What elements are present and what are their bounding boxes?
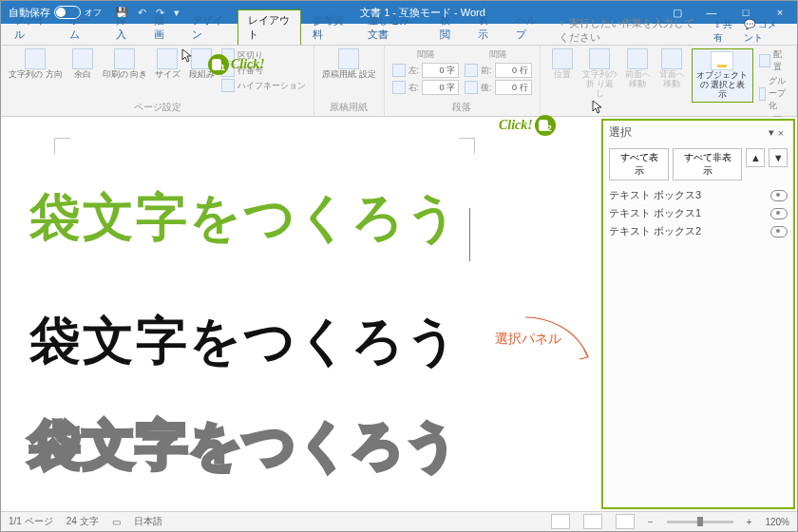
margins-button[interactable]: 余白 xyxy=(68,48,97,80)
tab-draw[interactable]: 描画 xyxy=(144,10,180,45)
show-all-button[interactable]: すべて表示 xyxy=(609,148,669,180)
tab-layout[interactable]: レイアウト xyxy=(238,10,301,45)
tab-mailings[interactable]: 差し込み文書 xyxy=(358,10,428,45)
manuscript-paper-button[interactable]: 原稿用紙 設定 xyxy=(322,48,376,80)
text-direction-button[interactable]: 文字列の 方向 xyxy=(9,48,63,80)
panel-close-icon[interactable]: × xyxy=(774,127,788,139)
list-item[interactable]: テキスト ボックス1 xyxy=(609,204,788,222)
group-manuscript-paper: 原稿用紙 設定 原稿用紙 xyxy=(314,46,385,116)
group-paragraph: 間隔 左:0 字 右:0 字 間隔 前:0 行 後:0 行 段落 xyxy=(385,46,541,116)
group-page-setup: 文字列の 方向 余白 印刷の 向き サイズ 段組み 区切り 行番号 ハイフネーシ… xyxy=(1,46,314,116)
tab-insert[interactable]: 挿入 xyxy=(106,10,142,45)
list-item[interactable]: テキスト ボックス2 xyxy=(609,222,788,240)
mouse-icon: 1 xyxy=(208,54,229,75)
orientation-button[interactable]: 印刷の 向き xyxy=(103,48,148,80)
hyphenation-button[interactable]: ハイフネーション xyxy=(221,79,306,92)
spacing-after[interactable]: 後:0 行 xyxy=(465,80,532,95)
wordart-black[interactable]: 袋文字をつくろう xyxy=(29,307,460,376)
margin-corner-icon xyxy=(459,138,475,154)
text-cursor xyxy=(469,208,470,261)
position-button: 位置 xyxy=(548,48,577,80)
selection-pane: 選択 ▾ × すべて表示 すべて非表示 ▲ ▼ テキスト ボックス3 テキスト … xyxy=(601,119,795,509)
print-layout-icon[interactable] xyxy=(583,514,602,529)
group-button: グループ化 xyxy=(759,75,788,112)
margin-corner-icon xyxy=(54,138,70,154)
share-button[interactable]: ⇪ 共有 xyxy=(713,18,737,45)
panel-title: 選択 xyxy=(609,124,769,141)
indent-right[interactable]: 右:0 字 xyxy=(392,80,460,95)
wordart-outline[interactable]: 袋文字をつくろう xyxy=(29,411,460,481)
indent-header: 間隔 xyxy=(392,48,460,61)
align-button: 配置 xyxy=(759,48,788,73)
visibility-icon[interactable] xyxy=(770,190,788,201)
tab-review[interactable]: 校閲 xyxy=(430,10,466,45)
tab-references[interactable]: 参考資料 xyxy=(303,10,356,45)
read-mode-icon[interactable] xyxy=(551,514,570,529)
language-indicator[interactable]: 日本語 xyxy=(134,515,162,528)
indent-left[interactable]: 左:0 字 xyxy=(392,63,460,78)
bring-forward-button: 前面へ 移動 xyxy=(623,48,652,89)
autosave-toggle[interactable] xyxy=(54,6,81,19)
wordart-green[interactable]: 袋文字をつくろう xyxy=(29,183,460,253)
reorder-down-icon[interactable]: ▼ xyxy=(769,148,788,167)
zoom-slider[interactable] xyxy=(667,521,733,523)
group-arrange: 位置 文字列の折 り返し 前面へ 移動 背面へ 移動 オブジェクトの 選択と表示… xyxy=(541,46,797,116)
proofing-icon[interactable]: ▭ xyxy=(112,517,121,527)
cursor-icon xyxy=(181,48,193,64)
web-layout-icon[interactable] xyxy=(616,514,635,529)
list-item[interactable]: テキスト ボックス3 xyxy=(609,186,788,204)
tab-file[interactable]: ファイル xyxy=(5,10,58,45)
spacing-header: 間隔 xyxy=(465,48,532,61)
annotation-click-1: 1 Click! xyxy=(208,54,265,75)
reorder-up-icon[interactable]: ▲ xyxy=(746,148,765,167)
page-indicator[interactable]: 1/1 ページ xyxy=(9,515,53,528)
comments-button[interactable]: 💬 コメント xyxy=(744,18,786,45)
status-bar: 1/1 ページ 24 文字 ▭ 日本語 − + 120% xyxy=(1,511,797,531)
document-area[interactable]: 袋文字をつくろう 袋文字をつくろう 袋文字をつくろう 選択パネル xyxy=(1,117,601,511)
ribbon: 文字列の 方向 余白 印刷の 向き サイズ 段組み 区切り 行番号 ハイフネーシ… xyxy=(1,46,797,117)
selection-pane-icon xyxy=(711,51,733,70)
tell-me-search[interactable]: ♀ 実行したい作業を入力してください xyxy=(553,16,710,45)
tab-design[interactable]: デザイン xyxy=(182,10,236,45)
ribbon-tabs: ファイル ホーム 挿入 描画 デザイン レイアウト 参考資料 差し込み文書 校閲… xyxy=(1,24,797,46)
send-backward-button: 背面へ 移動 xyxy=(657,48,686,89)
tab-view[interactable]: 表示 xyxy=(468,10,504,45)
wrap-text-button: 文字列の折 り返し xyxy=(582,48,618,99)
tab-help[interactable]: ヘルプ xyxy=(506,10,551,45)
visibility-icon[interactable] xyxy=(770,226,788,238)
selection-pane-button[interactable]: オブジェクトの 選択と表示 xyxy=(692,48,752,103)
word-count[interactable]: 24 文字 xyxy=(66,515,99,528)
size-button[interactable]: サイズ xyxy=(153,48,181,80)
annotation-label: 選択パネル xyxy=(495,331,561,348)
cursor-icon xyxy=(592,100,603,115)
visibility-icon[interactable] xyxy=(770,208,788,219)
zoom-in-icon[interactable]: + xyxy=(747,517,752,527)
zoom-out-icon[interactable]: − xyxy=(648,517,654,527)
spacing-before[interactable]: 前:0 行 xyxy=(465,63,532,78)
zoom-level[interactable]: 120% xyxy=(765,517,789,527)
hide-all-button[interactable]: すべて非表示 xyxy=(673,148,742,180)
